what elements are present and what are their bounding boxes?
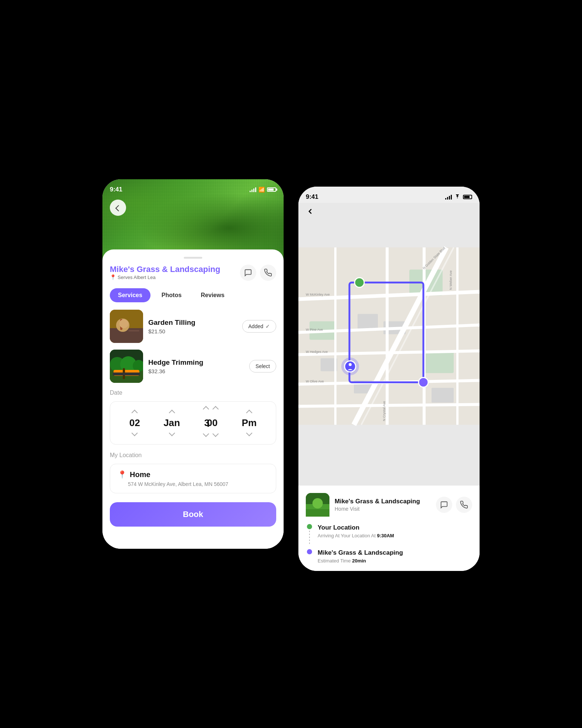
day-col: 02 [129, 411, 140, 435]
hour-up-chevron[interactable] [203, 408, 209, 411]
status-icons: 📶 [250, 187, 276, 193]
chat-button[interactable] [240, 265, 256, 281]
phone-button[interactable] [260, 265, 276, 281]
status-bar-2: 9:41 [298, 187, 480, 203]
svg-point-4 [119, 319, 128, 328]
svg-rect-5 [128, 330, 139, 331]
map-section: N Golden State Blvd W McKinley Ave W Pin… [298, 187, 480, 486]
month-up-chevron[interactable] [169, 411, 175, 414]
battery-icon [267, 187, 276, 192]
svg-text:N Weber Ave: N Weber Ave [449, 271, 453, 290]
track-icon-col-1 [306, 524, 313, 547]
svg-rect-49 [306, 509, 329, 517]
hour-down-chevron[interactable] [203, 432, 209, 435]
svg-text:W Olive Ave: W Olive Ave [306, 380, 324, 383]
svg-text:W McKinley Ave: W McKinley Ave [306, 293, 330, 296]
day-up-chevron[interactable] [132, 411, 137, 414]
location-pin-icon: 📍 [110, 274, 116, 280]
arriving-detail: Arriving At Your Location At 9:30AM [318, 533, 394, 538]
tab-services[interactable]: Services [110, 288, 150, 302]
location-section: 📍 Home 574 W McKinley Ave, Albert Lea, M… [110, 464, 276, 493]
svg-point-43 [419, 378, 428, 387]
time-display: 3 : 00 [204, 416, 217, 429]
svg-rect-21 [432, 388, 454, 403]
track-row-provider: Mike's Grass & Landscaping Estimated Tim… [306, 549, 472, 564]
provider-card-2: Mike's Grass & Landscaping Home Visit [306, 493, 472, 517]
provider-thumb-image [306, 493, 329, 517]
service-price-garden: $21.50 [148, 328, 237, 334]
provider-actions-2 [436, 497, 472, 513]
blue-dot-icon [307, 549, 312, 554]
chat-button-2[interactable] [436, 497, 452, 513]
your-location-label: Your Location [318, 524, 394, 531]
signal-icon [250, 187, 256, 192]
track-row-location: Your Location Arriving At Your Location … [306, 524, 472, 547]
svg-point-42 [355, 278, 364, 288]
service-item-hedge: Hedge Trimming $32.36 Select [110, 350, 276, 383]
back-button-2[interactable] [306, 207, 315, 218]
service-image-garden [110, 310, 143, 343]
svg-point-46 [349, 363, 352, 366]
svg-point-45 [345, 361, 356, 372]
location-section-label: My Location [110, 452, 276, 459]
provider-header: Mike's Grass & Landscaping 📍 Serves Albe… [110, 265, 276, 286]
month-col: Jan [163, 411, 180, 435]
provider-actions [240, 265, 276, 281]
day-down-chevron[interactable] [132, 432, 137, 435]
phone-icon-2 [460, 501, 468, 509]
service-item-garden: Garden Tilling $21.50 Added ✓ [110, 310, 276, 343]
added-button[interactable]: Added ✓ [242, 320, 276, 333]
ampm-value: Pm [242, 417, 257, 429]
wifi-icon: 📶 [258, 187, 265, 193]
ampm-up-chevron[interactable] [247, 411, 252, 414]
green-pin-icon [307, 524, 312, 529]
status-icons-2 [445, 194, 472, 200]
track-dashed-line [309, 531, 310, 545]
month-down-chevron[interactable] [169, 432, 175, 435]
estimated-time-detail: Estimated Time 20min [318, 558, 403, 564]
ampm-down-chevron[interactable] [247, 432, 252, 435]
minute-up-chevron[interactable] [213, 408, 218, 411]
phone2-container: N Golden State Blvd W McKinley Ave W Pin… [298, 187, 480, 571]
signal-icon-2 [445, 194, 452, 200]
time-chevrons-up: : [203, 408, 218, 414]
track-location-info: Your Location Arriving At Your Location … [318, 524, 394, 538]
ampm-col: Pm [242, 411, 257, 435]
provider-thumbnail [306, 493, 329, 517]
minute-down-chevron[interactable] [213, 432, 218, 435]
select-button[interactable]: Select [249, 360, 276, 372]
svg-rect-18 [358, 314, 378, 329]
phone-icon [264, 269, 272, 277]
service-info-hedge: Hedge Trimming $32.36 [148, 358, 244, 374]
time-chevrons-down: : [203, 432, 218, 438]
service-name-garden: Garden Tilling [148, 319, 237, 327]
day-value: 02 [129, 417, 140, 429]
hedge-illustration [110, 350, 143, 383]
map-svg: N Golden State Blvd W McKinley Ave W Pin… [298, 187, 480, 486]
tab-reviews[interactable]: Reviews [193, 288, 233, 302]
provider-location: 📍 Serves Albert Lea [110, 274, 220, 280]
back-arrow-icon-2 [306, 207, 315, 216]
provider-name-2: Mike's Grass & Landscaping [335, 498, 431, 505]
home-pin-icon: 📍 [118, 470, 127, 479]
svg-point-50 [312, 498, 323, 508]
date-picker: 02 Jan : 3 : 00 [110, 401, 276, 445]
svg-line-29 [298, 405, 480, 406]
minute-value: 00 [207, 417, 217, 429]
status-time: 9:41 [110, 186, 122, 193]
book-button[interactable]: Book [110, 502, 276, 527]
status-bar-1: 9:41 📶 [102, 179, 284, 195]
provider-info-2: Mike's Grass & Landscaping Home Visit [335, 498, 431, 512]
track-provider-info: Mike's Grass & Landscaping Estimated Tim… [318, 549, 403, 564]
tab-photos[interactable]: Photos [153, 288, 190, 302]
provider-bottom-card: Mike's Grass & Landscaping Home Visit [298, 486, 480, 571]
month-value: Jan [163, 417, 180, 429]
chat-icon-2 [440, 501, 448, 509]
location-box[interactable]: 📍 Home 574 W McKinley Ave, Albert Lea, M… [110, 464, 276, 493]
battery-icon-2 [463, 195, 472, 199]
provider-name: Mike's Grass & Landscaping [110, 265, 220, 274]
back-button[interactable] [110, 200, 126, 216]
drag-handle [184, 257, 202, 259]
phone-button-2[interactable] [456, 497, 472, 513]
hero-image: 9:41 📶 [102, 179, 284, 261]
